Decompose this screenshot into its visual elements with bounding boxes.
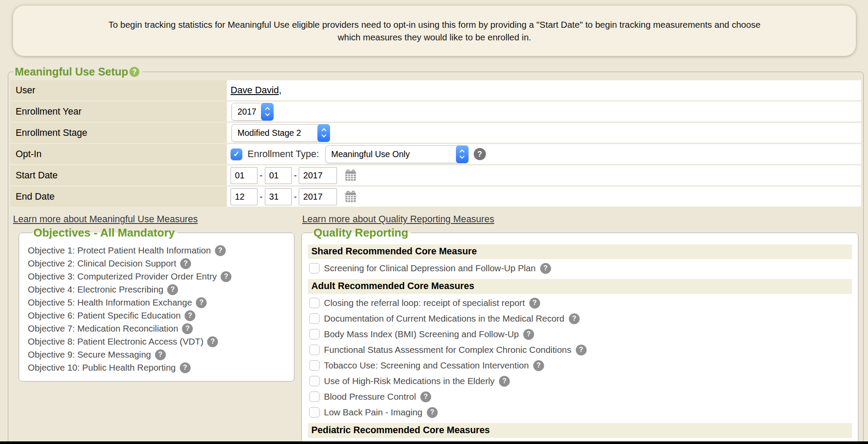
- objective-item: Objective 6: Patient Specific Education: [28, 309, 290, 322]
- measure-checkbox[interactable]: [309, 298, 320, 308]
- table-row-enrollment-year: Enrollment Year 2017: [10, 102, 861, 122]
- enrollment-stage-label: Enrollment Stage: [10, 123, 226, 143]
- help-icon[interactable]: [569, 313, 580, 324]
- table-row-opt-in: Opt-In Enrollment Type: Meaningful Use O…: [10, 144, 861, 164]
- measure-row: Functional Status Assessment for Complex…: [308, 342, 852, 358]
- objective-label: Objective 10: Public Health Reporting: [28, 362, 176, 373]
- start-date-label: Start Date: [10, 165, 226, 185]
- help-icon[interactable]: [182, 323, 193, 334]
- instruction-text-line2: which measures they would like to be enr…: [338, 31, 531, 43]
- help-icon[interactable]: [185, 310, 195, 321]
- enrollment-year-label: Enrollment Year: [10, 102, 226, 122]
- measure-checkbox[interactable]: [309, 263, 320, 273]
- help-icon[interactable]: [215, 245, 226, 256]
- help-icon[interactable]: [474, 148, 486, 160]
- enrollment-type-select[interactable]: Meaningful Use Only: [325, 145, 469, 163]
- enrollment-stage-value: Modified Stage 2: [238, 128, 301, 138]
- select-stepper-icon: [317, 124, 330, 142]
- objective-label: Objective 7: Medication Reconciliation: [28, 323, 178, 334]
- calendar-icon[interactable]: [344, 169, 357, 182]
- table-row-user: User Dave David,: [10, 80, 861, 100]
- learn-more-qr-link[interactable]: Learn more about Quality Reporting Measu…: [302, 214, 494, 225]
- measure-label: Screening for Clinical Depression and Fo…: [324, 263, 536, 273]
- help-icon[interactable]: [540, 263, 551, 274]
- calendar-icon[interactable]: [344, 190, 357, 204]
- end-date-day-input[interactable]: [265, 188, 292, 205]
- end-date-label: End Date: [10, 187, 226, 207]
- objective-label: Objective 2: Clinical Decision Support: [28, 258, 176, 269]
- objective-item: Objective 9: Secure Messaging: [28, 348, 290, 361]
- help-icon[interactable]: [196, 297, 207, 308]
- measure-checkbox[interactable]: [309, 376, 320, 386]
- measure-label: Documentation of Current Medications in …: [324, 313, 564, 324]
- objective-item: Objective 4: Electronic Prescribing: [28, 283, 290, 296]
- help-icon[interactable]: [167, 284, 178, 295]
- select-stepper-icon: [261, 103, 274, 121]
- measure-row: Use of High-Risk Medications in the Elde…: [308, 373, 852, 389]
- section-title-text: Meaningful Use Setup: [15, 66, 128, 78]
- objective-label: Objective 6: Patient Specific Education: [28, 310, 181, 321]
- measure-row: Blood Pressure Control: [308, 389, 852, 405]
- enrollment-year-value: 2017: [238, 107, 256, 117]
- enrollment-stage-select[interactable]: Modified Stage 2: [231, 124, 330, 142]
- viewport-bottom-edge: [0, 441, 868, 444]
- measure-label: Blood Pressure Control: [324, 391, 416, 402]
- measure-checkbox[interactable]: [309, 329, 320, 339]
- help-icon[interactable]: [420, 391, 431, 402]
- help-icon[interactable]: [207, 336, 218, 347]
- end-date-year-input[interactable]: [299, 188, 337, 205]
- help-icon[interactable]: [523, 329, 534, 340]
- setup-table: User Dave David, Enrollment Year 2017 En…: [10, 79, 862, 208]
- date-separator: -: [294, 192, 297, 202]
- measure-label: Functional Status Assessment for Complex…: [324, 345, 571, 355]
- objectives-column: Learn more about Meaningful Use Measures…: [12, 214, 294, 444]
- enrollment-type-value: Meaningful Use Only: [331, 149, 410, 159]
- help-icon[interactable]: [180, 362, 191, 373]
- start-date-month-input[interactable]: [231, 167, 257, 184]
- measure-label: Closing the referral loop: receipt of sp…: [324, 298, 525, 308]
- instruction-banner: To begin tracking statistics for Meaning…: [13, 6, 856, 56]
- learn-more-mu-link[interactable]: Learn more about Meaningful Use Measures: [13, 214, 198, 225]
- objective-item: Objective 5: Health Information Exchange: [28, 296, 290, 309]
- help-icon[interactable]: [499, 376, 510, 387]
- table-row-end-date: End Date - -: [10, 187, 861, 207]
- objective-item: Objective 8: Patient Electronic Access (…: [28, 335, 290, 348]
- help-icon[interactable]: [155, 349, 166, 360]
- quality-reporting-column: Learn more about Quality Reporting Measu…: [301, 214, 858, 444]
- start-date-year-input[interactable]: [299, 167, 337, 184]
- measure-checkbox[interactable]: [309, 407, 320, 418]
- measure-label: Low Back Pain - Imaging: [324, 407, 422, 418]
- measure-checkbox[interactable]: [309, 360, 320, 371]
- help-icon[interactable]: [427, 407, 438, 418]
- section-header-shared: Shared Recommended Core Measure: [308, 244, 852, 259]
- user-link[interactable]: Dave David,: [231, 85, 281, 95]
- objective-label: Objective 8: Patient Electronic Access (…: [28, 336, 203, 347]
- help-icon[interactable]: [529, 298, 540, 309]
- opt-in-checkbox[interactable]: [231, 148, 242, 160]
- help-icon[interactable]: [533, 360, 544, 371]
- help-icon[interactable]: [180, 258, 191, 269]
- start-date-day-input[interactable]: [265, 167, 292, 184]
- date-separator: -: [260, 192, 263, 202]
- measure-label: Use of High-Risk Medications in the Elde…: [324, 376, 495, 386]
- user-label: User: [10, 80, 226, 100]
- objectives-section: Objectives - All Mandatory Objective 1: …: [19, 226, 294, 382]
- measure-checkbox[interactable]: [309, 391, 320, 402]
- date-separator: -: [294, 171, 297, 181]
- objective-item: Objective 10: Public Health Reporting: [28, 361, 290, 374]
- section-header-adult: Adult Recommended Core Measures: [308, 279, 852, 294]
- help-icon[interactable]: [221, 271, 231, 282]
- help-icon[interactable]: [576, 345, 587, 355]
- date-separator: -: [260, 171, 263, 181]
- quality-reporting-title: Quality Reporting: [312, 226, 411, 240]
- end-date-month-input[interactable]: [231, 188, 257, 205]
- section-header-pediatric: Pediatric Recommended Core Measures: [308, 423, 852, 438]
- select-stepper-icon: [456, 145, 469, 163]
- enrollment-type-label: Enrollment Type:: [248, 148, 319, 160]
- measure-checkbox[interactable]: [309, 345, 320, 355]
- enrollment-year-select[interactable]: 2017: [231, 103, 274, 121]
- measure-row: Screening for Clinical Depression and Fo…: [308, 260, 852, 276]
- help-icon[interactable]: [129, 67, 139, 77]
- objective-item: Objective 7: Medication Reconciliation: [28, 322, 290, 335]
- measure-checkbox[interactable]: [309, 313, 320, 324]
